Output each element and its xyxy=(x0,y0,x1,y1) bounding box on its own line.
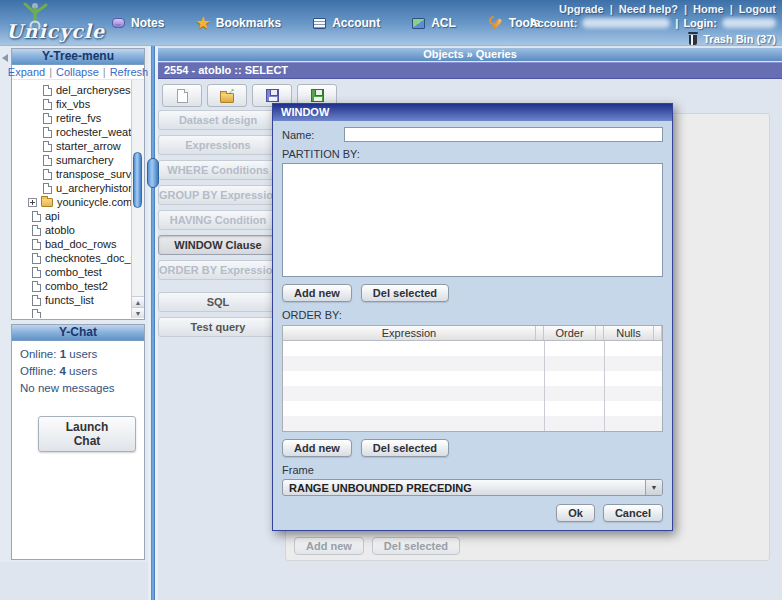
header-link[interactable]: Upgrade xyxy=(559,3,619,15)
table-row[interactable] xyxy=(283,416,662,431)
app-screen: Unicycle Notes Bookmarks Account xyxy=(0,0,782,600)
cell-nulls xyxy=(604,341,662,356)
tab-window-clause[interactable]: WINDOW Clause xyxy=(158,235,278,255)
tab-sql[interactable]: SQL xyxy=(158,292,278,312)
table-row[interactable] xyxy=(283,386,662,401)
chat-title: Y-Chat xyxy=(12,325,144,341)
tree-item-label: atoblo xyxy=(45,224,75,236)
tree-item[interactable]: atoblo xyxy=(12,223,144,237)
tree-item[interactable]: checknotes_doc_sync xyxy=(12,251,144,265)
tree-item-label: functs_list xyxy=(45,294,94,306)
dialog-body: Name: PARTITION BY: Add new Del selected… xyxy=(273,121,672,530)
top-header: Unicycle Notes Bookmarks Account xyxy=(0,0,782,46)
tree-item[interactable]: younicycle.com (4) xyxy=(12,195,144,209)
trash-bin-link[interactable]: Trash Bin (37) xyxy=(688,32,776,45)
tree-item[interactable]: functs_list xyxy=(12,293,144,307)
orderby-del-selected-button[interactable]: Del selected xyxy=(361,439,449,457)
tree-actions: ExpandCollapseRefresh xyxy=(12,65,144,80)
separator: | xyxy=(675,17,678,29)
chevron-down-icon[interactable]: ▼ xyxy=(645,480,662,495)
open-button[interactable] xyxy=(207,84,247,107)
tree-item[interactable]: combo_test2 xyxy=(12,279,144,293)
nav-acl[interactable]: ACL xyxy=(412,16,456,30)
nav-notes[interactable]: Notes xyxy=(112,16,164,30)
tab-label: WHERE Conditions xyxy=(167,164,268,176)
tree-scrollbar[interactable]: ▲ ▼ xyxy=(131,80,144,318)
tree-action-link[interactable]: Expand xyxy=(8,66,56,78)
file-icon xyxy=(43,183,52,194)
cell-expression xyxy=(283,416,544,431)
nav-bookmarks[interactable]: Bookmarks xyxy=(196,16,281,31)
ok-button[interactable]: Ok xyxy=(556,504,595,522)
tree-item[interactable]: fix_vbs xyxy=(12,97,144,111)
table-row[interactable] xyxy=(283,401,662,416)
nav-item-label: Bookmarks xyxy=(216,16,281,30)
tab-having-condition[interactable]: HAVING Condition xyxy=(158,210,278,230)
tab-where-conditions[interactable]: WHERE Conditions xyxy=(158,160,278,180)
header-link[interactable]: Home xyxy=(693,3,739,15)
tree-item[interactable]: u_archeryhistory xyxy=(12,181,144,195)
column-header-expression[interactable]: Expression xyxy=(283,326,535,340)
tab-group-by-expressions[interactable]: GROUP BY Expressions xyxy=(158,185,278,205)
logo-text: Unicycle xyxy=(6,20,105,42)
tree-action-link[interactable]: Collapse xyxy=(56,66,110,78)
cell-expression xyxy=(283,401,544,416)
cell-order xyxy=(544,356,604,371)
tab-order-by-expressions[interactable]: ORDER BY Expressions xyxy=(158,260,278,280)
tab-label: Dataset design xyxy=(179,114,257,126)
cancel-button[interactable]: Cancel xyxy=(603,504,663,522)
chat-status-line: Online: 1 users xyxy=(20,348,136,360)
scroll-down-icon[interactable]: ▼ xyxy=(132,307,144,318)
partition-by-textarea[interactable] xyxy=(282,163,663,277)
new-query-button[interactable] xyxy=(162,84,202,107)
tree-item[interactable]: starter_arrow xyxy=(12,139,144,153)
tab-test-query[interactable]: Test query xyxy=(158,317,278,337)
launch-chat-button[interactable]: Launch Chat xyxy=(38,416,136,452)
file-icon xyxy=(32,211,41,222)
tree-item[interactable]: transpose_survey xyxy=(12,167,144,181)
header-link[interactable]: Logout xyxy=(739,3,776,15)
tree-item[interactable]: retire_fvs xyxy=(12,111,144,125)
nav-account[interactable]: Account xyxy=(313,16,380,30)
panel-add-new-button[interactable]: Add new xyxy=(294,537,364,555)
splitter-divider[interactable] xyxy=(148,46,158,600)
scrollbar-buttons: ▲ ▼ xyxy=(132,296,144,318)
header-link[interactable]: Need help? xyxy=(619,3,693,15)
tree-item[interactable]: rochester_weather xyxy=(12,125,144,139)
partition-del-selected-button[interactable]: Del selected xyxy=(361,284,449,302)
panel-del-selected-button[interactable]: Del selected xyxy=(372,537,460,555)
tree-item[interactable]: combo_test xyxy=(12,265,144,279)
tree-item-label: api xyxy=(45,210,60,222)
table-row[interactable] xyxy=(283,341,662,356)
tree-item-label: combo_test xyxy=(45,266,102,278)
tree-item[interactable]: del_archerysession xyxy=(12,83,144,97)
tree-action-link[interactable]: Refresh xyxy=(110,66,149,78)
tree-item-label: transpose_survey xyxy=(56,168,143,180)
tree-item[interactable]: sumarchery xyxy=(12,153,144,167)
cell-expression xyxy=(283,341,544,356)
tree-item-label: checknotes_doc_sync xyxy=(45,252,144,264)
splitter-handle[interactable] xyxy=(147,158,159,188)
chat-body: Online: 1 users Offline: 4 users No new … xyxy=(12,341,144,459)
scroll-up-icon[interactable]: ▲ xyxy=(132,296,144,307)
name-input[interactable] xyxy=(344,127,663,142)
tree-list: del_archerysession fix_vbs retire_fvs xyxy=(12,80,144,318)
expand-plus-icon[interactable] xyxy=(28,198,37,207)
column-header-order[interactable]: Order xyxy=(544,326,595,340)
chat-status-label: Offline: xyxy=(20,365,56,377)
orderby-add-new-button[interactable]: Add new xyxy=(282,439,352,457)
sidebar-collapse-icon[interactable] xyxy=(2,54,8,62)
table-row[interactable] xyxy=(283,356,662,371)
table-row[interactable] xyxy=(283,371,662,386)
tab-label: Expressions xyxy=(185,139,250,151)
app-logo[interactable]: Unicycle xyxy=(6,0,116,46)
tab-expressions[interactable]: Expressions xyxy=(158,135,278,155)
account-label: Account: xyxy=(530,17,578,29)
frame-select[interactable]: RANGE UNBOUNDED PRECEDING ▼ xyxy=(282,479,663,496)
tab-dataset-design[interactable]: Dataset design xyxy=(158,110,278,130)
tree-item[interactable]: api xyxy=(12,209,144,223)
tree-item[interactable]: bad_doc_rows xyxy=(12,237,144,251)
scrollbar-thumb[interactable] xyxy=(133,152,142,208)
partition-add-new-button[interactable]: Add new xyxy=(282,284,352,302)
column-header-nulls[interactable]: Nulls xyxy=(604,326,653,340)
